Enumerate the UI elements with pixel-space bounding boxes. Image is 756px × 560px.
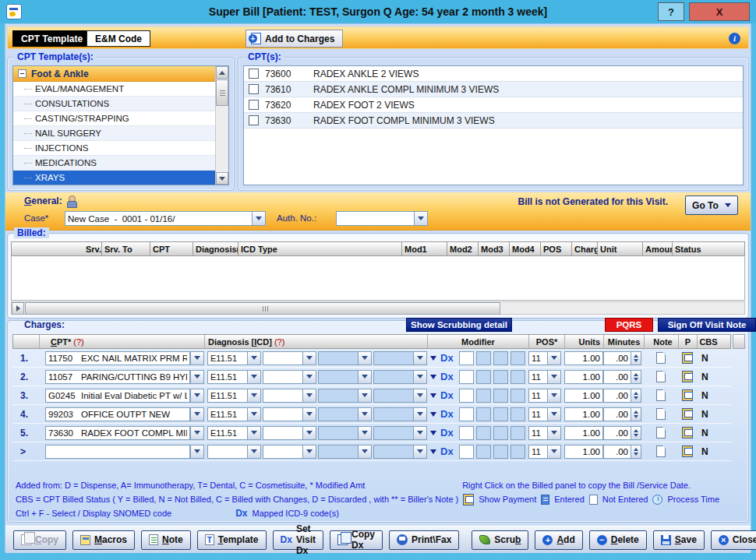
minutes-input[interactable] (603, 389, 631, 403)
scroll-up-icon[interactable] (216, 66, 228, 79)
note-icon[interactable] (656, 408, 666, 420)
dx3-input[interactable] (318, 389, 358, 403)
add-to-charges-button[interactable]: Add to Charges (246, 30, 343, 48)
modifier2-input[interactable] (476, 426, 491, 440)
cpt-checkbox[interactable] (249, 84, 259, 94)
pos-combobox[interactable] (528, 370, 561, 384)
modifier1-input[interactable] (459, 426, 474, 440)
dx2-dropdown-icon[interactable] (302, 389, 316, 403)
pos-input[interactable] (528, 445, 547, 459)
dx3-combobox[interactable] (318, 351, 372, 365)
dx2-dropdown-icon[interactable] (302, 445, 316, 459)
info-icon[interactable]: i (729, 33, 740, 44)
dx4-dropdown-icon[interactable] (413, 351, 427, 365)
pos-input[interactable] (528, 426, 547, 440)
minutes-spinner[interactable] (631, 445, 641, 459)
modifier3-input[interactable] (493, 426, 508, 440)
dx3-dropdown-icon[interactable] (358, 389, 372, 403)
dx-expand-icon[interactable] (430, 356, 436, 361)
cpt-field[interactable]: 73630 RADEX FOOT COMPL MINIM (45, 426, 190, 440)
dx1-dropdown-icon[interactable] (247, 370, 261, 384)
cpt-field[interactable]: 11057 PARING/CUTTING B9 HYPE (45, 370, 190, 384)
copy-dx-button[interactable]: Copy Dx (330, 530, 383, 550)
dx1-dropdown-icon[interactable] (247, 426, 261, 440)
dx4-dropdown-icon[interactable] (413, 407, 427, 421)
modifier3-input[interactable] (493, 445, 508, 459)
note-icon[interactable] (656, 352, 666, 364)
auth-no-input[interactable] (336, 211, 414, 226)
note-button[interactable]: Note (141, 530, 191, 550)
hscrollbar-thumb[interactable] (25, 302, 500, 315)
dx-expand-icon[interactable] (430, 449, 436, 454)
auth-no-combobox[interactable] (336, 211, 428, 226)
pos-input[interactable] (528, 407, 547, 421)
pos-combobox[interactable] (528, 351, 561, 365)
payment-icon[interactable] (682, 427, 693, 438)
dx1-combobox[interactable] (207, 426, 261, 440)
case-combobox[interactable] (65, 211, 266, 226)
collapse-icon[interactable] (18, 69, 26, 78)
minutes-input[interactable] (603, 370, 631, 384)
modifier2-input[interactable] (476, 389, 491, 403)
dx1-input[interactable] (207, 445, 247, 459)
units-input[interactable] (564, 407, 603, 421)
dx-label[interactable]: Dx (440, 389, 454, 401)
dx2-dropdown-icon[interactable] (302, 407, 316, 421)
cpt-template-item[interactable]: EVAL/MANAGEMENT (13, 82, 215, 97)
dx3-combobox[interactable] (318, 426, 372, 440)
note-icon[interactable] (656, 446, 666, 457)
pos-dropdown-icon[interactable] (547, 389, 561, 403)
dx1-combobox[interactable] (207, 370, 261, 384)
modifier1-input[interactable] (459, 370, 474, 384)
dx3-combobox[interactable] (318, 370, 372, 384)
dx4-dropdown-icon[interactable] (413, 445, 427, 459)
dx1-dropdown-icon[interactable] (247, 351, 261, 365)
dx2-input[interactable] (263, 370, 302, 384)
modifier1-input[interactable] (459, 407, 474, 421)
dx4-combobox[interactable] (373, 426, 427, 440)
modifier4-input[interactable] (510, 426, 525, 440)
dx1-combobox[interactable] (207, 407, 261, 421)
modifier4-input[interactable] (510, 370, 525, 384)
dx4-combobox[interactable] (373, 445, 427, 459)
dx4-combobox[interactable] (373, 351, 427, 365)
delete-button[interactable]: −Delete (589, 530, 647, 550)
dx1-input[interactable] (207, 407, 247, 421)
cpt-list-item[interactable]: 73620 RADEX FOOT 2 VIEWS (244, 97, 743, 113)
auth-dropdown-icon[interactable] (414, 211, 428, 226)
dx2-combobox[interactable] (263, 445, 316, 459)
modifier2-input[interactable] (476, 445, 491, 459)
dx-expand-icon[interactable] (430, 375, 436, 379)
pos-dropdown-icon[interactable] (547, 445, 561, 459)
units-input[interactable] (564, 445, 603, 459)
add-button[interactable]: +Add (535, 530, 582, 550)
dx1-combobox[interactable] (207, 389, 261, 403)
cpt-template-item[interactable]: NAIL SURGERY (13, 126, 215, 141)
dx4-input[interactable] (373, 389, 413, 403)
dx2-combobox[interactable] (263, 407, 316, 421)
modifier1-input[interactable] (459, 445, 474, 459)
goto-button[interactable]: Go To (685, 195, 738, 215)
minutes-input[interactable] (603, 426, 631, 440)
pos-input[interactable] (528, 351, 547, 365)
dx2-combobox[interactable] (263, 370, 316, 384)
minutes-spinner[interactable] (631, 407, 641, 421)
dx1-dropdown-icon[interactable] (247, 389, 261, 403)
modifier2-input[interactable] (476, 351, 491, 365)
cpt-checkbox[interactable] (249, 115, 259, 125)
dx2-input[interactable] (263, 445, 302, 459)
pos-dropdown-icon[interactable] (547, 351, 561, 365)
modifier2-input[interactable] (476, 370, 491, 384)
cpt-combobox[interactable]: G0245 Initial Eval Diabetic PT w/ LC (45, 389, 204, 403)
minutes-spinner[interactable] (631, 351, 641, 365)
cpt-template-item[interactable]: INJECTIONS (13, 141, 215, 156)
dx4-combobox[interactable] (373, 389, 427, 403)
cpt-field[interactable]: 11750 EXC NAIL MATRIX PRM RM (45, 351, 190, 365)
cpt-list-item[interactable]: 73630 RADEX FOOT COMPL MINIMUM 3 VIEWS (244, 113, 743, 129)
dx2-input[interactable] (263, 426, 302, 440)
dx1-combobox[interactable] (207, 445, 261, 459)
cpt-template-item[interactable]: CASTING/STRAPPING (13, 111, 215, 126)
scrub-button[interactable]: Scrub (472, 530, 528, 550)
units-input[interactable] (564, 426, 603, 440)
dx2-input[interactable] (263, 351, 302, 365)
